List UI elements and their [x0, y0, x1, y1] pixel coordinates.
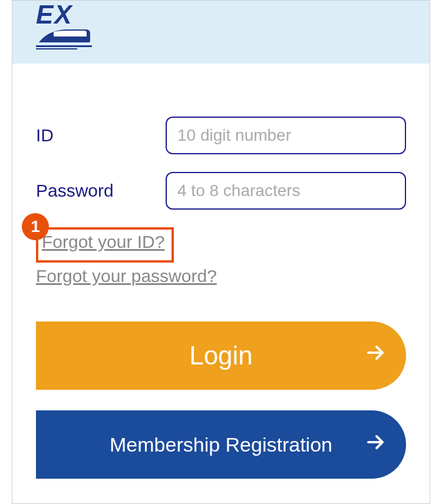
forgot-password-link[interactable]: Forgot your password? [36, 266, 217, 286]
password-input[interactable] [166, 172, 406, 210]
annotation-badge: 1 [22, 213, 49, 240]
arrow-right-icon [364, 430, 387, 459]
password-label: Password [36, 181, 166, 201]
register-button-label: Membership Registration [110, 433, 332, 456]
train-icon [36, 25, 92, 54]
login-container: EX ID Password 1 Forgot your ID? [12, 0, 430, 504]
register-button[interactable]: Membership Registration [36, 410, 406, 479]
login-button-label: Login [189, 341, 253, 370]
content: ID Password 1 Forgot your ID? Forgot you… [12, 64, 430, 504]
forgot-id-link[interactable]: Forgot your ID? [42, 232, 164, 252]
id-input[interactable] [166, 117, 406, 154]
links-section: 1 Forgot your ID? Forgot your password? [36, 227, 406, 292]
arrow-right-icon [364, 341, 387, 370]
password-row: Password [36, 172, 406, 210]
logo-text: EX [36, 2, 73, 28]
header: EX [12, 1, 430, 64]
logo: EX [36, 1, 92, 54]
id-label: ID [36, 125, 166, 145]
login-button[interactable]: Login [36, 321, 406, 390]
id-row: ID [36, 117, 406, 154]
annotation-highlight: 1 Forgot your ID? [36, 227, 174, 263]
